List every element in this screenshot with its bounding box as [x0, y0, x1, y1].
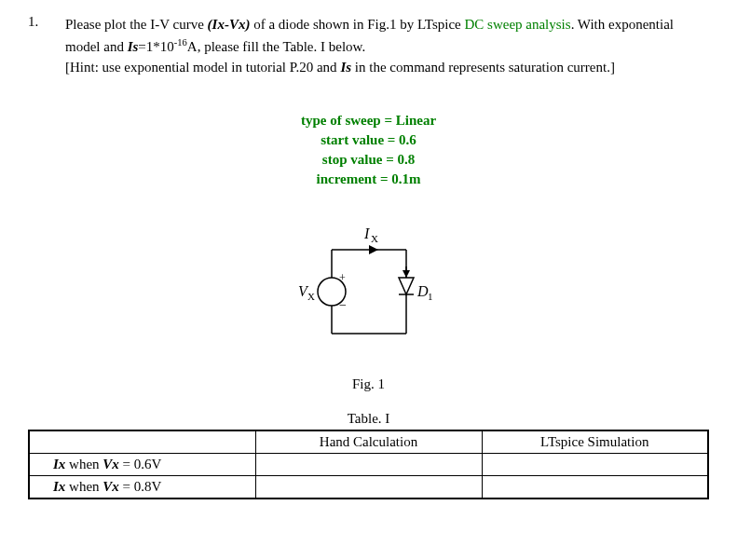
sweep-line: increment = 0.1m — [28, 170, 709, 189]
row-text: = 0.6V — [119, 457, 162, 471]
data-table: Hand Calculation LTspice Simulation Ix w… — [28, 430, 709, 499]
exponent: -16 — [174, 37, 187, 48]
table-row: Ix when Vx = 0.6V — [29, 453, 708, 475]
is-label: Is — [128, 39, 139, 54]
sweep-parameters: type of sweep = Linear start value = 0.6… — [28, 111, 709, 189]
col-header-ltspice: LTspice Simulation — [482, 430, 708, 454]
ix-label: I — [363, 225, 370, 241]
ix-vx-label: (Ix-Vx) — [208, 17, 251, 32]
text-part: of a diode shown in Fig.1 by LTspice — [250, 17, 464, 32]
svg-marker-6 — [403, 270, 410, 278]
cell-hand-2 — [255, 475, 482, 499]
vx-bold: Vx — [102, 457, 119, 471]
sweep-line: type of sweep = Linear — [28, 111, 709, 130]
row-text: when — [65, 457, 102, 471]
d1-sub: 1 — [428, 291, 433, 302]
ix-bold: Ix — [53, 457, 65, 471]
question-text: Please plot the I-V curve (Ix-Vx) of a d… — [65, 14, 709, 78]
text-part: =1*10 — [138, 39, 173, 54]
minus-sign: − — [339, 298, 347, 312]
empty-header — [29, 430, 255, 454]
table-label: Table. I — [28, 411, 709, 427]
circuit-diagram: + − I X V X D 1 — [285, 222, 453, 362]
table-row: Ix when Vx = 0.8V — [29, 475, 708, 499]
svg-marker-1 — [369, 245, 378, 254]
sweep-line: stop value = 0.8 — [28, 150, 709, 170]
ix-bold: Ix — [53, 479, 65, 494]
cell-hand-1 — [255, 453, 482, 475]
text-part: A, please fill the Table. I below. — [187, 39, 365, 54]
text-part: Please plot the I-V curve — [65, 17, 208, 32]
question-content: Please plot the I-V curve (Ix-Vx) of a d… — [65, 14, 709, 78]
hint-text: in the command represents saturation cur… — [351, 60, 615, 75]
row-header-2: Ix when Vx = 0.8V — [29, 475, 255, 499]
vx-sub: X — [307, 291, 315, 302]
row-text: when — [65, 479, 102, 494]
hint-text: [Hint: use exponential model in tutorial… — [65, 60, 340, 75]
plus-sign: + — [339, 271, 346, 284]
figure-label: Fig. 1 — [28, 376, 709, 392]
sweep-line: start value = 0.6 — [28, 130, 709, 150]
table-header-row: Hand Calculation LTspice Simulation — [29, 430, 708, 454]
question-number: 1. — [28, 14, 51, 78]
figure-container: + − I X V X D 1 Fig. 1 — [28, 222, 709, 392]
dc-sweep-text: DC sweep analysis — [464, 17, 570, 32]
cell-ltspice-2 — [482, 475, 708, 499]
question-container: 1. Please plot the I-V curve (Ix-Vx) of … — [28, 14, 709, 78]
row-header-1: Ix when Vx = 0.6V — [29, 453, 255, 475]
row-text: = 0.8V — [119, 479, 162, 494]
cell-ltspice-1 — [482, 453, 708, 475]
vx-bold: Vx — [102, 479, 119, 494]
col-header-hand: Hand Calculation — [255, 430, 482, 454]
hint-is: Is — [340, 60, 351, 75]
svg-marker-3 — [399, 278, 414, 294]
ix-sub: X — [371, 233, 378, 244]
